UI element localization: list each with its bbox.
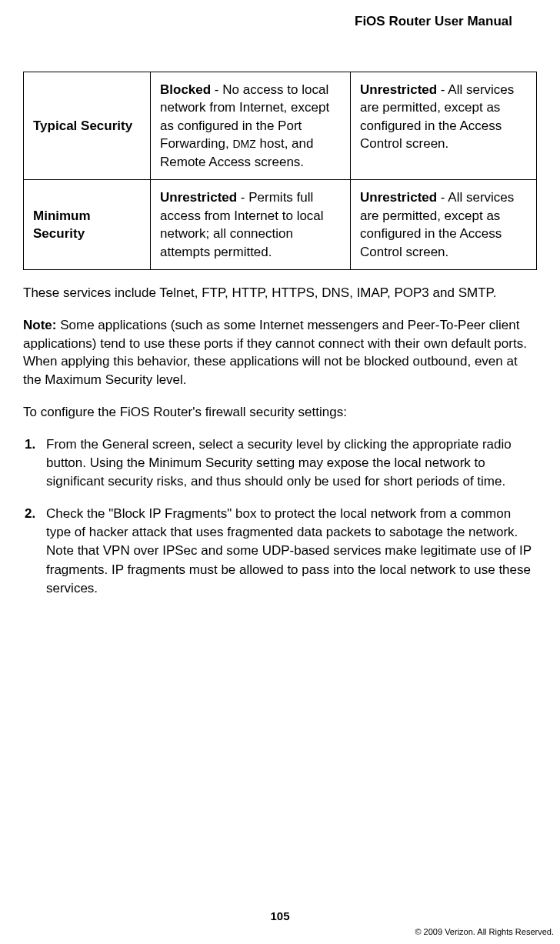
steps-list: From the General screen, select a securi… <box>23 435 537 598</box>
bold-lead: Unrestricted <box>360 190 437 205</box>
paragraph-services: These services include Telnet, FTP, HTTP… <box>23 284 537 302</box>
step-item: Check the "Block IP Fragments" box to pr… <box>23 505 537 598</box>
manual-header-title: FiOS Router User Manual <box>23 14 537 29</box>
paragraph-configure: To configure the FiOS Router's firewall … <box>23 403 537 422</box>
row-head-typical: Typical Security <box>24 72 151 180</box>
bold-lead: Unrestricted <box>360 82 437 97</box>
smallcaps-text: DMZ <box>232 138 255 150</box>
cell-minimum-inbound: Unrestricted - Permits full access from … <box>151 180 351 270</box>
cell-typical-inbound: Blocked - No access to local network fro… <box>151 72 351 180</box>
cell-typical-outbound: Unrestricted - All services are permitte… <box>351 72 537 180</box>
step-item: From the General screen, select a securi… <box>23 435 537 491</box>
note-label: Note: <box>23 318 56 332</box>
cell-minimum-outbound: Unrestricted - All services are permitte… <box>351 180 537 270</box>
row-head-minimum: Minimum Security <box>24 180 151 270</box>
copyright-text: © 2009 Verizon. All Rights Reserved. <box>415 927 554 936</box>
security-levels-table: Typical Security Blocked - No access to … <box>23 72 537 270</box>
table-row: Typical Security Blocked - No access to … <box>24 72 537 180</box>
paragraph-note: Note: Some applications (such as some In… <box>23 316 537 389</box>
bold-lead: Unrestricted <box>160 190 237 205</box>
table-row: Minimum Security Unrestricted - Permits … <box>24 180 537 270</box>
bold-lead: Blocked <box>160 82 211 97</box>
page-number: 105 <box>0 909 560 922</box>
note-text: Some applications (such as some Internet… <box>23 318 527 387</box>
